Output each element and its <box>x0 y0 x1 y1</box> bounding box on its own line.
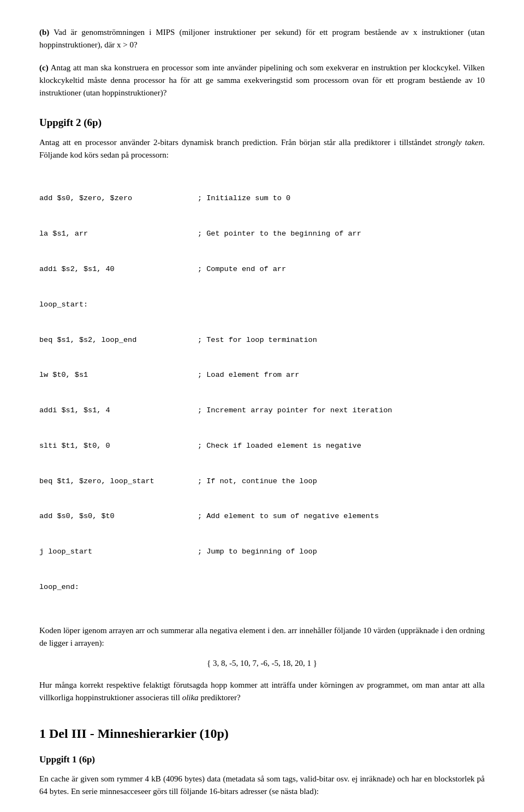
code-line-6: lw $t0, $s1; Load element from arr <box>39 369 485 381</box>
part-b-text: (b) Vad är genomströmningen i MIPS (milj… <box>39 26 485 52</box>
code-line-2: la $s1, arr; Get pointer to the beginnin… <box>39 228 485 240</box>
code-line-12: loop_end: <box>39 581 485 593</box>
part-b-section: (b) Vad är genomströmningen i MIPS (milj… <box>39 26 485 52</box>
task2-italic: strongly taken <box>435 138 483 147</box>
task2-heading: Uppgift 2 (6p) <box>39 115 485 130</box>
code-line-4: loop_start: <box>39 299 485 311</box>
code-line-9: beq $t1, $zero, loop_start; If not, cont… <box>39 476 485 488</box>
code-line-10: add $s0, $s0, $t0; Add element to sum of… <box>39 510 485 522</box>
section3: 1 Del III - Minneshierarkier (10p) Uppgi… <box>39 724 485 798</box>
task2-question: Hur många korrekt respektive felaktigt f… <box>39 679 485 705</box>
code-line-5: beq $s1, $s2, loop_end; Test for loop te… <box>39 334 485 346</box>
part-b-label: (b) <box>39 28 49 37</box>
task2-section: Uppgift 2 (6p) Antag att en processor an… <box>39 115 485 704</box>
task3-1-heading: Uppgift 1 (6p) <box>39 753 485 767</box>
task2-intro: Antag att en processor använder 2-bitars… <box>39 136 485 162</box>
code-block: add $s0, $zero, $zero; Initialize sum to… <box>39 169 485 617</box>
code-line-8: slti $t1, $t0, 0; Check if loaded elemen… <box>39 440 485 452</box>
part-c-label: (c) <box>39 63 49 72</box>
part-c-text: (c) Antag att man ska konstruera en proc… <box>39 62 485 100</box>
array-values: { 3, 8, -5, 10, 7, -6, -5, 18, 20, 1 } <box>39 657 485 670</box>
section3-heading: 1 Del III - Minneshierarkier (10p) <box>39 724 485 744</box>
task2-explanation: Koden löper igenom arrayen arr och summe… <box>39 624 485 650</box>
task2-question-italic: olika <box>182 693 199 702</box>
code-line-11: j loop_start; Jump to beginning of loop <box>39 546 485 558</box>
code-line-3: addi $s2, $s1, 40; Compute end of arr <box>39 263 485 275</box>
code-line-7: addi $s1, $s1, 4; Increment array pointe… <box>39 405 485 417</box>
part-c-section: (c) Antag att man ska konstruera en proc… <box>39 62 485 100</box>
code-line-1: add $s0, $zero, $zero; Initialize sum to… <box>39 193 485 204</box>
task3-1-text: En cache är given som rymmer 4 kB (4096 … <box>39 773 485 798</box>
